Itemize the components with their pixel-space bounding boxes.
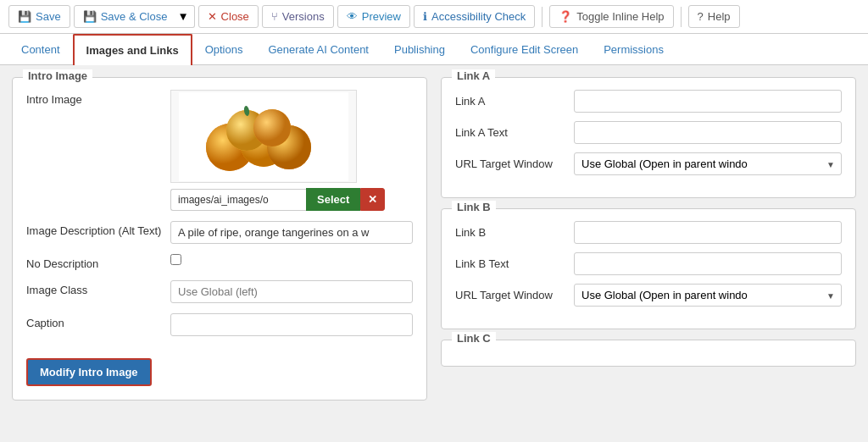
link-a-input[interactable] xyxy=(574,90,842,113)
toggle-help-icon: ❓ xyxy=(559,10,572,23)
link-a-url-target-select[interactable]: Use Global (Open in parent windo xyxy=(574,152,842,175)
image-path-row: Select ✕ xyxy=(170,188,385,211)
link-b-row: Link B xyxy=(455,221,842,244)
remove-image-button[interactable]: ✕ xyxy=(360,188,385,211)
link-b-url-target-row: URL Target Window Use Global (Open in pa… xyxy=(455,284,842,307)
save-icon: 💾 xyxy=(18,10,31,23)
save-close-group: 💾 Save & Close ▼ xyxy=(74,5,195,28)
link-a-url-target-label: URL Target Window xyxy=(455,157,565,170)
toolbar-separator-2 xyxy=(681,7,682,27)
help-label: Help xyxy=(708,10,731,23)
tab-content[interactable]: Content xyxy=(8,34,73,65)
image-description-row: Image Description (Alt Text) xyxy=(26,221,413,244)
toggle-help-label: Toggle Inline Help xyxy=(576,10,664,23)
no-description-label: No Description xyxy=(26,254,162,270)
link-a-url-target-row: URL Target Window Use Global (Open in pa… xyxy=(455,152,842,175)
link-b-text-row: Link B Text xyxy=(455,252,842,275)
toolbar: 💾 Save 💾 Save & Close ▼ ✕ Close ⑂ Versio… xyxy=(0,0,868,34)
image-description-input[interactable] xyxy=(170,221,413,244)
link-a-legend: Link A xyxy=(452,69,495,82)
close-icon: ✕ xyxy=(208,10,217,23)
intro-image-label: Intro Image xyxy=(26,90,162,106)
tab-permissions[interactable]: Permissions xyxy=(591,34,676,65)
save-label: Save xyxy=(36,10,61,23)
close-button[interactable]: ✕ Close xyxy=(198,5,259,28)
link-b-url-target-select[interactable]: Use Global (Open in parent windo xyxy=(574,284,842,307)
image-preview xyxy=(170,90,357,183)
intro-image-row: Intro Image xyxy=(26,90,413,211)
link-a-url-target-wrapper: Use Global (Open in parent windo xyxy=(574,152,842,175)
caption-label: Caption xyxy=(26,313,162,329)
link-a-section: Link A Link A Link A Text URL Target Win… xyxy=(441,77,856,198)
save-close-dropdown[interactable]: ▼ xyxy=(172,5,194,28)
help-icon: ? xyxy=(698,10,704,23)
image-description-label: Image Description (Alt Text) xyxy=(26,221,162,237)
svg-point-10 xyxy=(253,109,291,146)
link-b-url-target-wrapper: Use Global (Open in parent windo xyxy=(574,284,842,307)
no-description-checkbox-row xyxy=(170,254,181,265)
left-panel: Intro Image Intro Image xyxy=(12,77,427,426)
caption-row: Caption xyxy=(26,313,413,336)
close-label: Close xyxy=(221,10,249,23)
link-a-label: Link A xyxy=(455,95,565,108)
intro-image-legend: Intro Image xyxy=(23,69,92,82)
preview-icon: 👁 xyxy=(347,10,358,23)
link-c-legend: Link C xyxy=(452,332,496,345)
link-a-row: Link A xyxy=(455,90,842,113)
image-path-input[interactable] xyxy=(170,189,306,211)
right-panel: Link A Link A Link A Text URL Target Win… xyxy=(441,77,856,426)
accessibility-icon: ℹ xyxy=(423,10,427,23)
image-preview-area: Select ✕ xyxy=(170,90,385,211)
link-a-text-label: Link A Text xyxy=(455,126,565,139)
no-description-row: No Description xyxy=(26,254,413,270)
link-b-input[interactable] xyxy=(574,221,842,244)
intro-image-section: Intro Image Intro Image xyxy=(12,77,427,401)
link-b-text-label: Link B Text xyxy=(455,257,565,270)
image-class-input[interactable] xyxy=(170,280,413,303)
link-a-text-row: Link A Text xyxy=(455,121,842,144)
versions-label: Versions xyxy=(282,10,325,23)
help-button[interactable]: ? Help xyxy=(688,5,740,28)
link-b-url-target-label: URL Target Window xyxy=(455,289,565,301)
main-content: Intro Image Intro Image xyxy=(0,65,868,438)
link-b-legend: Link B xyxy=(452,201,496,213)
link-b-label: Link B xyxy=(455,226,565,239)
tab-images-links[interactable]: Images and Links xyxy=(73,34,192,65)
modify-intro-image-button[interactable]: Modify Intro Image xyxy=(26,358,152,386)
toolbar-separator xyxy=(542,7,542,27)
tab-options[interactable]: Options xyxy=(192,34,256,65)
image-class-row: Image Class xyxy=(26,280,413,303)
preview-label: Preview xyxy=(362,10,401,23)
save-close-icon: 💾 xyxy=(83,10,97,23)
save-close-button[interactable]: 💾 Save & Close xyxy=(74,5,177,28)
no-description-checkbox[interactable] xyxy=(170,254,181,265)
accessibility-label: Accessibility Check xyxy=(431,10,526,23)
link-b-text-input[interactable] xyxy=(574,252,842,275)
tabs-bar: Content Images and Links Options Generat… xyxy=(0,34,868,65)
link-c-section: Link C xyxy=(441,340,856,367)
versions-button[interactable]: ⑂ Versions xyxy=(262,5,334,28)
preview-button[interactable]: 👁 Preview xyxy=(337,5,410,28)
versions-icon: ⑂ xyxy=(271,10,278,23)
save-close-label: Save & Close xyxy=(101,10,168,23)
image-class-label: Image Class xyxy=(26,280,162,296)
tab-generate-ai[interactable]: Generate AI Content xyxy=(255,34,381,65)
toggle-help-button[interactable]: ❓ Toggle Inline Help xyxy=(549,5,673,28)
tab-configure-edit[interactable]: Configure Edit Screen xyxy=(458,34,591,65)
link-b-section: Link B Link B Link B Text URL Target Win… xyxy=(441,208,856,329)
fruit-svg xyxy=(179,92,348,181)
select-image-button[interactable]: Select xyxy=(306,188,360,211)
caption-input[interactable] xyxy=(170,313,413,336)
accessibility-button[interactable]: ℹ Accessibility Check xyxy=(414,5,535,28)
save-button[interactable]: 💾 Save xyxy=(8,5,70,28)
tab-publishing[interactable]: Publishing xyxy=(381,34,458,65)
link-a-text-input[interactable] xyxy=(574,121,842,144)
